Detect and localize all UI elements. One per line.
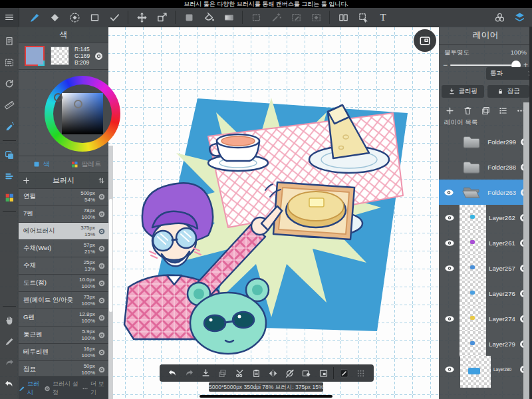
layer-row[interactable]: Layer274 (439, 306, 532, 331)
transparent-color-swatch[interactable] (51, 47, 69, 65)
opacity-minus[interactable]: − (443, 61, 448, 70)
brush-item[interactable]: G펜12.8px100% (19, 309, 108, 327)
visibility-toggle[interactable] (439, 188, 458, 198)
brush-settings-gear-icon[interactable] (95, 245, 108, 253)
layer-row[interactable]: Layer262 (439, 205, 532, 230)
hue-picker-handle[interactable] (54, 93, 63, 102)
magic-wand-tool[interactable] (267, 10, 285, 25)
flip-horizontal-button[interactable] (266, 366, 279, 380)
brush-list-scrollbar[interactable] (108, 146, 113, 399)
document-icon[interactable] (2, 33, 17, 49)
eraser-tool[interactable] (46, 10, 63, 25)
brush-settings-gear-icon[interactable] (95, 348, 108, 356)
brush-settings-gear-icon[interactable] (95, 314, 108, 322)
brush-settings-gear-icon[interactable] (95, 193, 108, 201)
canvas-area[interactable] (108, 27, 439, 399)
color-settings-gear-icon[interactable] (94, 51, 104, 61)
paste-button[interactable] (249, 366, 263, 380)
brush-item[interactable]: 7펜78px100% (19, 205, 108, 223)
visibility-toggle[interactable] (439, 314, 460, 324)
materials-button[interactable] (491, 10, 508, 25)
lasso-eraser-tool[interactable] (66, 10, 83, 25)
cut-button[interactable] (233, 366, 246, 380)
brush-settings-gear-icon[interactable] (95, 331, 108, 339)
menu-button[interactable] (0, 8, 19, 27)
hand-pan-icon[interactable] (2, 313, 17, 329)
layer-list-view-button[interactable] (498, 106, 508, 116)
shape-tool[interactable] (86, 10, 103, 25)
brush-settings-gear-icon[interactable] (95, 227, 108, 235)
select-rect-tool[interactable] (247, 10, 265, 25)
home-indicator[interactable] (200, 395, 332, 398)
brush-item[interactable]: 둥근펜5.9px100% (19, 327, 108, 344)
delete-layer-button[interactable] (463, 106, 473, 116)
color-chip[interactable] (180, 10, 198, 25)
brush-tool[interactable] (26, 10, 43, 25)
text-tool[interactable]: T (374, 10, 392, 25)
saturation-value-square[interactable] (62, 93, 103, 134)
save-button[interactable] (200, 366, 213, 380)
reset-rotate-icon[interactable] (2, 76, 17, 92)
footer-tab-brush-settings[interactable]: 브러시 설정 (44, 380, 82, 397)
layer-row[interactable]: Layer276 (439, 281, 532, 306)
add-brush-button[interactable] (19, 176, 33, 185)
brush-settings-gear-icon[interactable] (95, 279, 108, 287)
tab-color[interactable]: 색 (19, 156, 64, 172)
undo-button[interactable] (166, 366, 179, 380)
eyedropper-pen-icon[interactable] (2, 334, 17, 350)
layer-list-scrollbar[interactable] (523, 102, 529, 399)
tab-palette[interactable]: 팔레트 (64, 156, 109, 172)
select-pen-tool[interactable] (287, 10, 305, 25)
brush-item[interactable]: 에어브러시375px15% (19, 223, 108, 240)
canvas-preview-button[interactable] (414, 29, 436, 52)
brush-settings-gear-icon[interactable] (95, 297, 108, 305)
layer-row[interactable]: Layer257 (439, 255, 532, 281)
visibility-toggle[interactable] (439, 263, 460, 273)
brush-panel-icon[interactable] (2, 168, 17, 184)
brush-settings-gear-icon[interactable] (95, 366, 108, 374)
layers-panel-button[interactable] (511, 10, 528, 25)
footer-tab-more[interactable]: 더 보기 (82, 380, 108, 397)
transform-tool[interactable] (153, 10, 170, 25)
brush-item[interactable]: 점묘50px100% (19, 361, 108, 376)
layer-row[interactable]: Folder288 (439, 154, 532, 180)
current-color-swatch[interactable] (25, 46, 45, 66)
floating-window-button[interactable] (317, 366, 330, 380)
ruler-icon[interactable] (2, 97, 17, 113)
layer-row[interactable]: Folder263 (439, 180, 532, 205)
visibility-toggle[interactable] (439, 364, 460, 374)
layer-row[interactable]: Layer261 (439, 230, 532, 255)
color-wheel[interactable] (45, 76, 120, 152)
brush-item[interactable]: 테두리펜16px100% (19, 344, 108, 361)
fill-bucket-tool[interactable] (200, 10, 217, 25)
brush-item[interactable]: 수채25px13% (19, 257, 108, 275)
layer-row[interactable]: Folder299 (439, 129, 532, 154)
brush-item[interactable]: 펜(페이드 인/아웃)73px100% (19, 292, 108, 309)
blend-mode-button[interactable]: 통과 (486, 67, 532, 80)
split-view-button[interactable] (334, 10, 352, 25)
airbrush-icon[interactable] (2, 118, 17, 134)
layer-row[interactable]: FLayer280 (439, 356, 532, 382)
clear-layer-button[interactable] (300, 366, 313, 380)
redo-button[interactable] (182, 366, 196, 380)
layer-row[interactable]: Layer279 (439, 331, 532, 356)
brush-settings-gear-icon[interactable] (95, 210, 108, 218)
clipping-button[interactable]: 클리핑 (442, 85, 484, 98)
copy-button[interactable] (216, 366, 229, 380)
add-layer-button[interactable] (445, 106, 455, 116)
opacity-slider[interactable] (450, 65, 521, 66)
select-eraser-tool[interactable] (307, 10, 325, 25)
color-panel-icon[interactable] (2, 147, 17, 163)
brush-item[interactable]: 도트(점)10.0px100% (19, 275, 108, 292)
brush-item[interactable]: 수채(Wet)57px21% (19, 240, 108, 257)
lock-button[interactable]: 잠금 (487, 85, 530, 98)
select-list-icon[interactable] (2, 55, 17, 70)
toolbar-drag-handle[interactable] (354, 366, 368, 380)
redo-icon[interactable] (2, 355, 17, 371)
quick-tool-chip[interactable] (337, 366, 350, 380)
palette-panel-icon[interactable] (2, 190, 17, 205)
visibility-toggle[interactable] (439, 213, 460, 223)
duplicate-layer-button[interactable] (481, 106, 491, 116)
undo-icon[interactable] (2, 376, 17, 392)
sv-picker-handle[interactable] (74, 100, 82, 108)
